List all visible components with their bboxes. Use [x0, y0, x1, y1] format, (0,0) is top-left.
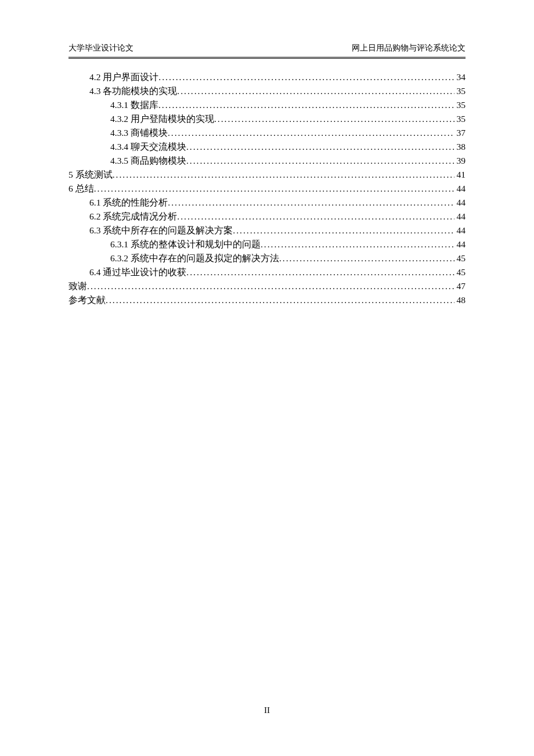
toc-leader-dots: [177, 84, 454, 98]
toc-entry-page: 45: [454, 251, 466, 265]
toc-entry: 4.3 各功能模块的实现35: [68, 84, 466, 98]
toc-entry: 4.3.3 商铺模块37: [68, 126, 466, 140]
toc-entry-label: 6.3.2 系统中存在的问题及拟定的解决方法: [110, 251, 279, 265]
toc-leader-dots: [168, 196, 454, 210]
toc-entry-label: 4.3.4 聊天交流模块: [110, 140, 186, 154]
toc-entry: 6.1 系统的性能分析44: [68, 196, 466, 210]
toc-leader-dots: [261, 237, 454, 251]
toc-leader-dots: [233, 224, 454, 237]
toc-entry-label: 4.3.5 商品购物模块: [110, 154, 186, 168]
header-left: 大学毕业设计论文: [68, 43, 134, 53]
toc-entry-page: 34: [454, 70, 466, 84]
toc-leader-dots: [186, 154, 454, 168]
toc-entry-label: 4.2 用户界面设计: [89, 70, 158, 84]
toc-entry: 6.2 系统完成情况分析44: [68, 210, 466, 224]
toc-entry-label: 4.3.3 商铺模块: [110, 126, 168, 140]
toc-entry: 参考文献48: [68, 293, 466, 307]
toc-leader-dots: [158, 70, 454, 84]
toc-leader-dots: [158, 98, 454, 112]
toc-leader-dots: [177, 210, 454, 224]
toc-entry-page: 48: [454, 293, 466, 307]
toc-entry: 4.2 用户界面设计34: [68, 70, 466, 84]
toc-entry: 6.3.2 系统中存在的问题及拟定的解决方法45: [68, 251, 466, 265]
toc-entry-page: 35: [454, 98, 466, 112]
header-rule-bottom: [68, 58, 466, 59]
toc-entry-label: 4.3.2 用户登陆模块的实现: [110, 112, 214, 126]
header-rule-top: [68, 57, 466, 57]
toc-leader-dots: [186, 265, 454, 279]
document-page: 大学毕业设计论文 网上日用品购物与评论系统论文 4.2 用户界面设计344.3 …: [0, 0, 534, 307]
toc-entry-page: 37: [454, 126, 466, 140]
page-header: 大学毕业设计论文 网上日用品购物与评论系统论文: [68, 43, 466, 57]
toc-entry-label: 6.4 通过毕业设计的收获: [89, 265, 186, 279]
toc-leader-dots: [106, 293, 454, 307]
toc-entry: 致谢47: [68, 279, 466, 293]
toc-entry: 5 系统测试41: [68, 168, 466, 182]
toc-entry-page: 44: [454, 196, 466, 210]
table-of-contents: 4.2 用户界面设计344.3 各功能模块的实现354.3.1 数据库354.3…: [68, 70, 466, 307]
toc-entry-label: 6.2 系统完成情况分析: [89, 210, 177, 224]
toc-entry-label: 4.3 各功能模块的实现: [89, 84, 177, 98]
toc-leader-dots: [214, 112, 454, 126]
toc-entry: 4.3.5 商品购物模块39: [68, 154, 466, 168]
toc-entry-page: 35: [454, 112, 466, 126]
toc-leader-dots: [168, 126, 454, 140]
toc-entry: 4.3.4 聊天交流模块38: [68, 140, 466, 154]
toc-entry-page: 35: [454, 84, 466, 98]
toc-entry-page: 44: [454, 182, 466, 196]
toc-entry: 6 总结44: [68, 182, 466, 196]
toc-leader-dots: [186, 140, 454, 154]
toc-entry-page: 44: [454, 237, 466, 251]
toc-entry-label: 6.3.1 系统的整体设计和规划中的问题: [110, 237, 261, 251]
toc-entry-label: 致谢: [68, 279, 87, 293]
toc-entry-label: 5 系统测试: [68, 168, 113, 182]
toc-entry: 6.3 系统中所存在的问题及解决方案44: [68, 224, 466, 237]
toc-entry-page: 38: [454, 140, 466, 154]
toc-entry-label: 4.3.1 数据库: [110, 98, 158, 112]
toc-leader-dots: [94, 182, 454, 196]
toc-entry-page: 47: [454, 279, 466, 293]
header-right: 网上日用品购物与评论系统论文: [352, 43, 466, 53]
toc-entry-page: 39: [454, 154, 466, 168]
toc-leader-dots: [113, 168, 454, 182]
toc-entry-label: 6.3 系统中所存在的问题及解决方案: [89, 224, 233, 237]
toc-entry-page: 44: [454, 224, 466, 237]
toc-entry: 6.4 通过毕业设计的收获45: [68, 265, 466, 279]
toc-entry-page: 45: [454, 265, 466, 279]
toc-leader-dots: [87, 279, 454, 293]
toc-entry-label: 6 总结: [68, 182, 94, 196]
toc-entry-label: 6.1 系统的性能分析: [89, 196, 168, 210]
toc-leader-dots: [279, 251, 454, 265]
page-number: II: [0, 705, 534, 715]
toc-entry: 4.3.1 数据库35: [68, 98, 466, 112]
toc-entry-page: 41: [454, 168, 466, 182]
toc-entry-label: 参考文献: [68, 293, 106, 307]
toc-entry: 4.3.2 用户登陆模块的实现35: [68, 112, 466, 126]
toc-entry-page: 44: [454, 210, 466, 224]
toc-entry: 6.3.1 系统的整体设计和规划中的问题44: [68, 237, 466, 251]
